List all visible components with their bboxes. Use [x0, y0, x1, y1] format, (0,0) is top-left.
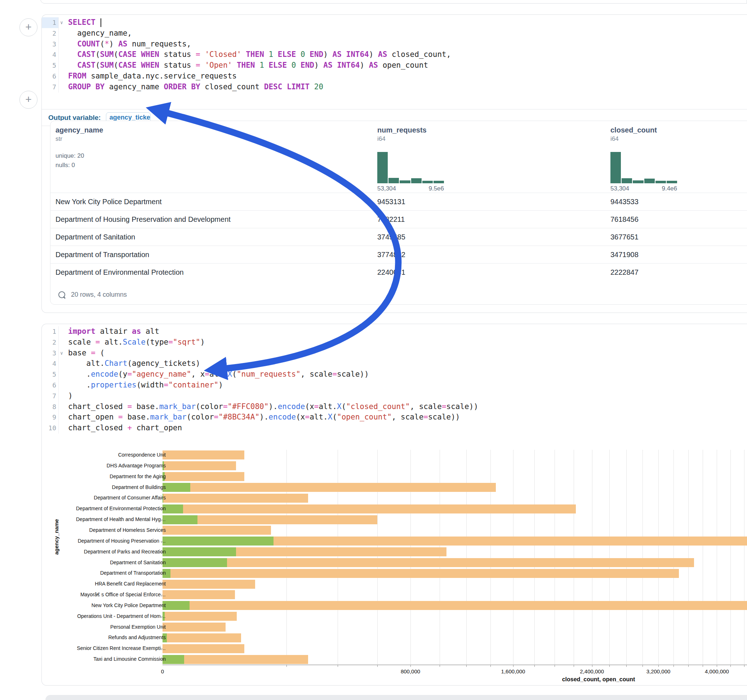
cell-num-requests: 3774892 [377, 246, 405, 264]
table-row[interactable]: New York City Police Department945313194… [50, 193, 747, 211]
code-line[interactable]: 1∨SELECT [42, 17, 747, 28]
y-axis-tick [161, 638, 163, 638]
code-line[interactable]: 10chart_closed + chart_open [42, 423, 747, 433]
code-line[interactable]: 2scale = alt.Scale(type="sqrt") [42, 337, 747, 348]
histogram-bar [434, 181, 444, 183]
gridline [574, 450, 574, 665]
code-text[interactable]: .encode(y="agency_name", x=alt.X("num_re… [59, 369, 369, 380]
table-row[interactable]: Department of Environmental Protection22… [50, 263, 747, 281]
y-tick-label: Department of Buildings [112, 482, 166, 493]
search-icon[interactable] [58, 291, 65, 298]
code-line[interactable]: 9chart_open = base.mark_bar(color="#8BC3… [42, 412, 747, 423]
hist-max-label: 9.5e6 [428, 185, 444, 192]
axis-minor-tick [717, 665, 717, 667]
gridline [377, 450, 378, 665]
gridline [626, 450, 627, 665]
x-tick-label: 4,000,000 [705, 668, 729, 674]
histogram-bar [422, 181, 433, 183]
closed-count-bar [163, 461, 236, 470]
column-type: str [56, 136, 103, 143]
code-line[interactable]: 6 .properties(width="container") [42, 380, 747, 391]
line-number: 10 [42, 423, 59, 433]
stat-unique: unique: 20 [56, 151, 103, 161]
code-line[interactable]: 1import altair as alt [42, 326, 747, 337]
cell-num-requests: 9453131 [377, 193, 405, 211]
code-line[interactable]: 6FROM sample_data.nyc.service_requests [42, 71, 747, 82]
cell-closed-count: 3677651 [611, 228, 638, 246]
python-code-editor[interactable]: 1import altair as alt2scale = alt.Scale(… [42, 326, 747, 433]
sql-code-editor[interactable]: 1∨SELECT 2 agency_name,3 COUNT(*) AS num… [42, 17, 747, 92]
closed-count-bar [163, 569, 679, 578]
axis-minor-tick [377, 665, 378, 667]
table-row[interactable]: Department of Sanitation37494853677651 [50, 228, 747, 246]
y-tick-label: Department of Transportation [100, 568, 166, 579]
fold-chevron-icon[interactable]: ∨ [59, 17, 64, 28]
y-tick-label: Department for the Aging [110, 471, 166, 482]
code-text[interactable]: CAST(SUM(CASE WHEN status = 'Open' THEN … [59, 60, 428, 71]
add-cell-button[interactable]: + [20, 18, 38, 36]
y-tick-label: DHS Advantage Programs [107, 460, 166, 471]
axis-minor-tick [490, 665, 491, 667]
axis-minor-tick [703, 665, 703, 667]
code-line[interactable]: 8chart_closed = base.mark_bar(color="#FF… [42, 401, 747, 412]
histogram-bar [655, 181, 666, 183]
x-tick-label: 1,600,000 [501, 668, 525, 674]
x-tick-label: 0 [161, 668, 164, 674]
axis-minor-tick [730, 665, 731, 667]
histogram-bar [633, 180, 643, 183]
result-table: agency_name str unique: 20 nulls: 0 num_… [50, 121, 747, 305]
axis-minor-tick [688, 665, 689, 667]
axis-minor-tick [513, 665, 514, 667]
axis-minor-tick [626, 665, 627, 667]
add-cell-button[interactable]: + [20, 91, 38, 109]
code-line[interactable]: 7) [42, 391, 747, 401]
code-text[interactable]: GROUP BY agency_name ORDER BY closed_cou… [59, 82, 323, 92]
code-text[interactable]: chart_closed + chart_open [59, 423, 182, 433]
closed-count-bar [163, 623, 225, 632]
fold-chevron-icon[interactable]: ∨ [59, 348, 64, 359]
code-text[interactable]: chart_open = base.mark_bar(color="#8BC34… [59, 412, 460, 423]
y-tick-label: Senior Citizen Rent Increase Exempti… [77, 643, 166, 654]
code-text[interactable]: agency_name, [59, 28, 132, 39]
closed-count-bar [163, 526, 271, 535]
code-text[interactable]: FROM sample_data.nyc.service_requests [59, 71, 237, 82]
code-line[interactable]: 3 COUNT(*) AS num_requests, [42, 39, 747, 50]
histogram-bar [621, 178, 632, 183]
code-text[interactable]: chart_closed = base.mark_bar(color="#FFC… [59, 401, 478, 412]
code-text[interactable]: alt.Chart(agency_tickets) [59, 358, 200, 369]
closed-count-bar [163, 634, 241, 643]
code-text[interactable]: .properties(width="container") [59, 380, 223, 391]
closed-count-bar [163, 601, 747, 610]
cell-agency-name: Department of Environmental Protection [56, 264, 184, 281]
y-tick-label: Department of Homeless Services [89, 525, 166, 536]
gridline [730, 450, 731, 665]
code-line[interactable]: 5 CAST(SUM(CASE WHEN status = 'Open' THE… [42, 60, 747, 71]
code-line[interactable]: 2 agency_name, [42, 28, 747, 39]
code-line[interactable]: 3∨base = ( [42, 348, 747, 359]
axis-minor-tick [658, 665, 659, 667]
code-text[interactable]: scale = alt.Scale(type="sqrt") [59, 337, 205, 348]
line-number: 1 [42, 326, 59, 337]
open-count-bar [163, 515, 198, 524]
code-line[interactable]: 7GROUP BY agency_name ORDER BY closed_co… [42, 82, 747, 92]
code-line[interactable]: 4 alt.Chart(agency_tickets) [42, 358, 747, 369]
y-tick-label: Department of Environmental Protection [76, 503, 166, 514]
table-row[interactable]: Department of Housing Preservation and D… [50, 210, 747, 228]
y-axis-tick [161, 520, 163, 520]
code-text[interactable]: import altair as alt [59, 326, 159, 337]
code-text[interactable]: COUNT(*) AS num_requests, [59, 39, 191, 50]
code-text[interactable]: ) [59, 391, 73, 401]
code-line[interactable]: 5 .encode(y="agency_name", x=alt.X("num_… [42, 369, 747, 380]
y-axis-tick [161, 584, 163, 584]
code-text[interactable]: CAST(SUM(CASE WHEN status = 'Closed' THE… [59, 49, 451, 60]
code-text[interactable]: base = ( [59, 348, 104, 359]
code-text[interactable]: SELECT [59, 17, 101, 28]
y-axis-tick [161, 606, 163, 606]
axis-minor-tick [534, 665, 535, 667]
code-line[interactable]: 4 CAST(SUM(CASE WHEN status = 'Closed' T… [42, 49, 747, 60]
table-row[interactable]: Department of Transportation377489234719… [50, 246, 747, 264]
cell-closed-count: 3471908 [611, 246, 638, 264]
cell-agency-name: New York City Police Department [56, 193, 162, 211]
y-axis-tick [161, 627, 163, 628]
text-cursor [101, 18, 101, 27]
